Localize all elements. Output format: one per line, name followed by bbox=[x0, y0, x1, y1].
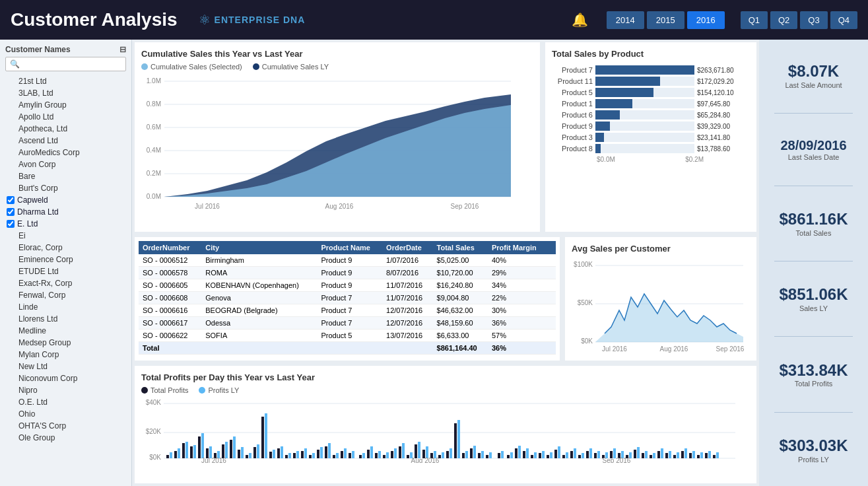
top-row: Cumulative Sales this Year vs Last Year … bbox=[132, 40, 759, 234]
col-city: City bbox=[201, 241, 317, 254]
table-row[interactable]: SO - 0006608GenovaProduct 711/07/2016$9,… bbox=[139, 292, 556, 304]
svg-rect-167 bbox=[705, 453, 708, 458]
svg-rect-48 bbox=[285, 455, 288, 458]
product-bar-fill bbox=[595, 99, 632, 108]
table-body: SO - 0006512BirminghamProduct 91/07/2016… bbox=[139, 254, 556, 342]
col-scroll bbox=[548, 241, 556, 254]
customer-checkbox[interactable] bbox=[7, 196, 15, 204]
total-sales-value: $861.16K bbox=[779, 210, 848, 229]
svg-rect-162 bbox=[684, 448, 687, 458]
table-row[interactable]: SO - 0006512BirminghamProduct 91/07/2016… bbox=[139, 254, 556, 267]
notification-icon[interactable]: 🔔 bbox=[572, 12, 588, 28]
customer-name: Ohio bbox=[18, 409, 35, 419]
svg-rect-43 bbox=[246, 455, 248, 458]
table-cell-date: 13/07/2016 bbox=[382, 330, 432, 342]
charts-area: Cumulative Sales this Year vs Last Year … bbox=[132, 40, 759, 486]
customer-name: Linde bbox=[18, 302, 38, 312]
product-bar-value: $65,284.80 bbox=[697, 112, 750, 119]
divider-3 bbox=[774, 261, 853, 261]
table-row[interactable]: SO - 0006617OdessaProduct 712/07/2016$48… bbox=[139, 317, 556, 330]
svg-rect-71 bbox=[281, 446, 283, 458]
svg-rect-52 bbox=[317, 450, 319, 458]
table-cell-city: KOBENHAVN (Copenhagen) bbox=[201, 279, 317, 292]
customer-checkbox[interactable] bbox=[7, 208, 15, 216]
svg-rect-156 bbox=[661, 448, 663, 458]
q2-button[interactable]: Q2 bbox=[770, 11, 797, 29]
svg-rect-170 bbox=[716, 452, 719, 458]
stats-panel: $8.07K Last Sale Amount 28/09/2016 Last … bbox=[759, 40, 868, 486]
main-content: Customer Names ⊟ 21st Ltd3LAB, LtdAmylin… bbox=[0, 40, 868, 486]
divider-4 bbox=[774, 336, 853, 337]
table-cell-date: 12/07/2016 bbox=[382, 317, 432, 330]
svg-text:0.8M: 0.8M bbox=[147, 100, 161, 108]
table-cell-sales: $6,633.00 bbox=[433, 330, 488, 342]
product-bar-value: $39,329.00 bbox=[697, 123, 750, 130]
sidebar-item: Medline bbox=[5, 325, 126, 337]
customer-checkbox[interactable] bbox=[7, 220, 15, 228]
total-sales-block: $861.16K Total Sales bbox=[779, 210, 848, 237]
svg-rect-159 bbox=[673, 455, 676, 458]
legend-profits-label: Total Profits bbox=[150, 386, 188, 394]
product-bar-outer bbox=[595, 77, 694, 86]
sidebar-item: Ohio bbox=[5, 408, 126, 420]
profits-legend: Total Profits Profits LY bbox=[141, 386, 750, 394]
orders-table-panel: OrderNumber City Product Name OrderDate … bbox=[135, 237, 560, 361]
customer-name: AuroMedics Corp bbox=[18, 148, 80, 157]
customer-name: 3LAB, Ltd bbox=[18, 88, 53, 98]
q4-button[interactable]: Q4 bbox=[830, 11, 857, 29]
svg-rect-140 bbox=[597, 451, 600, 458]
customer-name: Niconovum Corp bbox=[18, 374, 77, 383]
sidebar-item: Niconovum Corp bbox=[5, 372, 126, 384]
customer-search-input[interactable] bbox=[5, 57, 126, 71]
year-2015-button[interactable]: 2015 bbox=[647, 11, 684, 29]
product-title: Total Sales by Product bbox=[552, 49, 750, 59]
svg-rect-123 bbox=[531, 455, 533, 458]
table-row[interactable]: SO - 0006605KOBENHAVN (Copenhagen)Produc… bbox=[139, 279, 556, 292]
sidebar-item: Linde bbox=[5, 301, 126, 313]
table-row[interactable]: SO - 0006616BEOGRAD (Belgrade)Product 71… bbox=[139, 304, 556, 317]
product-bar-label: Product 8 bbox=[552, 145, 593, 153]
sidebar: Customer Names ⊟ 21st Ltd3LAB, LtdAmylin… bbox=[0, 40, 132, 486]
product-bar-outer bbox=[595, 122, 694, 131]
year-2014-button[interactable]: 2014 bbox=[607, 11, 644, 29]
q1-button[interactable]: Q1 bbox=[741, 11, 768, 29]
legend-selected-label: Cumulative Sales (Selected) bbox=[150, 63, 242, 71]
svg-rect-110 bbox=[473, 446, 476, 458]
svg-rect-130 bbox=[558, 446, 560, 458]
col-order: OrderNumber bbox=[139, 241, 201, 254]
svg-rect-96 bbox=[418, 442, 420, 458]
table-row[interactable]: SO - 0006622SOFIAProduct 513/07/2016$6,6… bbox=[139, 330, 556, 342]
q3-button[interactable]: Q3 bbox=[800, 11, 827, 29]
legend-profits: Total Profits bbox=[141, 386, 188, 394]
svg-rect-92 bbox=[402, 443, 405, 458]
year-2016-button[interactable]: 2016 bbox=[687, 11, 725, 29]
legend-profits-dot bbox=[141, 387, 148, 394]
sidebar-item: Amylin Group bbox=[5, 99, 126, 111]
table-row[interactable]: SO - 0006578ROMAProduct 98/07/2016$10,72… bbox=[139, 267, 556, 279]
svg-rect-124 bbox=[534, 452, 537, 458]
filter-icon[interactable]: ⊟ bbox=[119, 45, 126, 54]
customer-name: OHTA'S Corp bbox=[18, 421, 66, 431]
table-cell-order: SO - 0006617 bbox=[139, 317, 201, 330]
divider-1 bbox=[774, 113, 853, 114]
svg-rect-72 bbox=[288, 453, 291, 458]
svg-rect-169 bbox=[713, 455, 716, 458]
svg-rect-65 bbox=[233, 436, 236, 458]
last-sale-amount-value: $8.07K bbox=[785, 62, 842, 81]
table-cell-city: BEOGRAD (Belgrade) bbox=[201, 304, 317, 317]
svg-rect-161 bbox=[681, 451, 684, 458]
col-margin: Profit Margin bbox=[488, 241, 548, 254]
svg-rect-139 bbox=[594, 453, 597, 458]
logo-text: ENTERPRISE DNA bbox=[215, 15, 306, 25]
svg-rect-103 bbox=[446, 451, 449, 458]
customer-name: Capweld bbox=[17, 195, 48, 205]
total-label: Total bbox=[139, 342, 433, 355]
svg-rect-82 bbox=[362, 453, 365, 458]
table-header: OrderNumber City Product Name OrderDate … bbox=[139, 241, 556, 254]
svg-rect-133 bbox=[570, 451, 573, 458]
table-cell-order: SO - 0006616 bbox=[139, 304, 201, 317]
svg-rect-60 bbox=[193, 445, 196, 458]
svg-rect-149 bbox=[634, 450, 636, 458]
cumulative-sales-panel: Cumulative Sales this Year vs Last Year … bbox=[135, 42, 540, 232]
svg-rect-129 bbox=[554, 450, 557, 458]
